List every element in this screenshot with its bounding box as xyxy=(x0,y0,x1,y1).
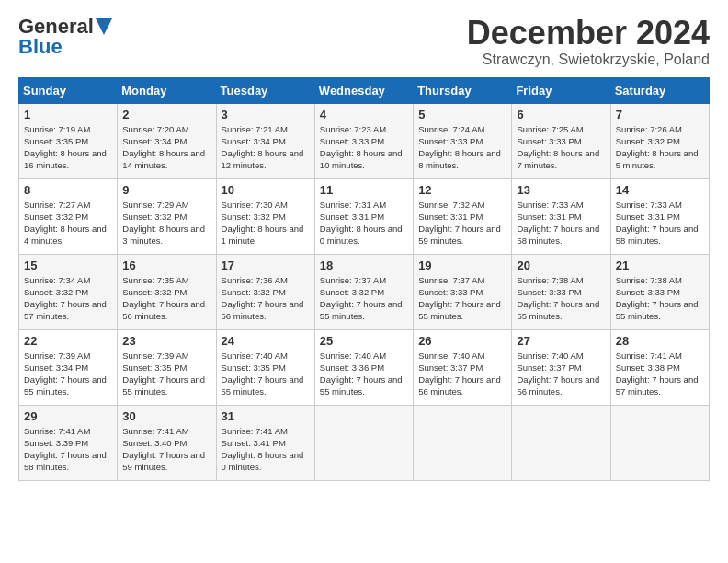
day-info: Sunrise: 7:34 AM Sunset: 3:32 PM Dayligh… xyxy=(24,274,113,323)
day-number: 22 xyxy=(24,334,113,348)
day-info: Sunrise: 7:21 AM Sunset: 3:34 PM Dayligh… xyxy=(222,123,311,172)
day-cell xyxy=(314,405,413,480)
day-number: 6 xyxy=(517,108,606,121)
day-info: Sunrise: 7:37 AM Sunset: 3:33 PM Dayligh… xyxy=(418,274,507,323)
day-cell: 2Sunrise: 7:20 AM Sunset: 3:34 PM Daylig… xyxy=(118,103,216,178)
day-number: 21 xyxy=(616,259,705,272)
day-info: Sunrise: 7:27 AM Sunset: 3:32 PM Dayligh… xyxy=(24,199,113,247)
day-info: Sunrise: 7:39 AM Sunset: 3:34 PM Dayligh… xyxy=(24,350,113,398)
day-cell xyxy=(610,405,709,480)
day-number: 13 xyxy=(517,183,606,197)
col-monday: Monday xyxy=(118,77,216,103)
day-info: Sunrise: 7:35 AM Sunset: 3:32 PM Dayligh… xyxy=(122,274,211,323)
logo-icon xyxy=(96,18,112,35)
day-cell: 10Sunrise: 7:30 AM Sunset: 3:32 PM Dayli… xyxy=(216,178,314,254)
day-cell: 5Sunrise: 7:24 AM Sunset: 3:33 PM Daylig… xyxy=(414,103,512,178)
day-cell: 4Sunrise: 7:23 AM Sunset: 3:33 PM Daylig… xyxy=(314,103,413,178)
day-cell: 18Sunrise: 7:37 AM Sunset: 3:32 PM Dayli… xyxy=(314,254,413,329)
header-row: Sunday Monday Tuesday Wednesday Thursday… xyxy=(19,77,710,103)
day-cell: 21Sunrise: 7:38 AM Sunset: 3:33 PM Dayli… xyxy=(610,254,709,329)
title-block: December 2024 Strawczyn, Swietokrzyskie,… xyxy=(467,15,710,68)
day-info: Sunrise: 7:19 AM Sunset: 3:35 PM Dayligh… xyxy=(24,123,113,172)
day-number: 4 xyxy=(320,108,409,121)
day-info: Sunrise: 7:41 AM Sunset: 3:39 PM Dayligh… xyxy=(24,425,113,474)
day-cell: 24Sunrise: 7:40 AM Sunset: 3:35 PM Dayli… xyxy=(216,329,314,405)
day-info: Sunrise: 7:33 AM Sunset: 3:31 PM Dayligh… xyxy=(517,199,606,247)
col-tuesday: Tuesday xyxy=(216,77,314,103)
day-number: 31 xyxy=(222,409,311,423)
day-cell: 25Sunrise: 7:40 AM Sunset: 3:36 PM Dayli… xyxy=(314,329,413,405)
day-info: Sunrise: 7:23 AM Sunset: 3:33 PM Dayligh… xyxy=(320,123,409,172)
day-number: 9 xyxy=(122,183,211,197)
day-info: Sunrise: 7:41 AM Sunset: 3:38 PM Dayligh… xyxy=(616,350,705,398)
day-number: 27 xyxy=(517,334,606,348)
day-cell: 12Sunrise: 7:32 AM Sunset: 3:31 PM Dayli… xyxy=(414,178,512,254)
day-number: 7 xyxy=(616,108,705,121)
svg-marker-0 xyxy=(96,18,112,35)
day-cell: 16Sunrise: 7:35 AM Sunset: 3:32 PM Dayli… xyxy=(118,254,216,329)
day-number: 15 xyxy=(24,259,113,272)
week-row-3: 15Sunrise: 7:34 AM Sunset: 3:32 PM Dayli… xyxy=(19,254,710,329)
day-cell: 19Sunrise: 7:37 AM Sunset: 3:33 PM Dayli… xyxy=(414,254,512,329)
day-info: Sunrise: 7:39 AM Sunset: 3:35 PM Dayligh… xyxy=(122,350,211,398)
day-number: 11 xyxy=(320,183,409,197)
logo-blue: Blue xyxy=(18,35,63,59)
col-sunday: Sunday xyxy=(19,77,118,103)
day-info: Sunrise: 7:24 AM Sunset: 3:33 PM Dayligh… xyxy=(418,123,507,172)
day-cell xyxy=(414,405,512,480)
day-cell: 8Sunrise: 7:27 AM Sunset: 3:32 PM Daylig… xyxy=(19,178,118,254)
day-number: 20 xyxy=(517,259,606,272)
day-number: 5 xyxy=(418,108,507,121)
day-info: Sunrise: 7:32 AM Sunset: 3:31 PM Dayligh… xyxy=(418,199,507,247)
day-info: Sunrise: 7:40 AM Sunset: 3:35 PM Dayligh… xyxy=(222,350,311,398)
day-number: 16 xyxy=(122,259,211,272)
day-number: 24 xyxy=(222,334,311,348)
day-info: Sunrise: 7:29 AM Sunset: 3:32 PM Dayligh… xyxy=(122,199,211,247)
day-cell: 14Sunrise: 7:33 AM Sunset: 3:31 PM Dayli… xyxy=(610,178,709,254)
day-info: Sunrise: 7:25 AM Sunset: 3:33 PM Dayligh… xyxy=(517,123,606,172)
day-cell: 29Sunrise: 7:41 AM Sunset: 3:39 PM Dayli… xyxy=(19,405,118,480)
day-cell: 1Sunrise: 7:19 AM Sunset: 3:35 PM Daylig… xyxy=(19,103,118,178)
day-number: 3 xyxy=(222,108,311,121)
col-saturday: Saturday xyxy=(610,77,709,103)
day-number: 23 xyxy=(122,334,211,348)
day-number: 25 xyxy=(320,334,409,348)
day-number: 30 xyxy=(122,409,211,423)
day-cell: 9Sunrise: 7:29 AM Sunset: 3:32 PM Daylig… xyxy=(118,178,216,254)
day-cell xyxy=(512,405,610,480)
col-wednesday: Wednesday xyxy=(314,77,413,103)
day-cell: 31Sunrise: 7:41 AM Sunset: 3:41 PM Dayli… xyxy=(216,405,314,480)
day-info: Sunrise: 7:37 AM Sunset: 3:32 PM Dayligh… xyxy=(320,274,409,323)
day-info: Sunrise: 7:26 AM Sunset: 3:32 PM Dayligh… xyxy=(616,123,705,172)
day-info: Sunrise: 7:31 AM Sunset: 3:31 PM Dayligh… xyxy=(320,199,409,247)
day-info: Sunrise: 7:38 AM Sunset: 3:33 PM Dayligh… xyxy=(616,274,705,323)
day-cell: 28Sunrise: 7:41 AM Sunset: 3:38 PM Dayli… xyxy=(610,329,709,405)
day-cell: 6Sunrise: 7:25 AM Sunset: 3:33 PM Daylig… xyxy=(512,103,610,178)
header: General Blue December 2024 Strawczyn, Sw… xyxy=(18,15,710,68)
day-number: 1 xyxy=(24,108,113,121)
day-info: Sunrise: 7:33 AM Sunset: 3:31 PM Dayligh… xyxy=(616,199,705,247)
day-info: Sunrise: 7:41 AM Sunset: 3:40 PM Dayligh… xyxy=(122,425,211,474)
day-number: 12 xyxy=(418,183,507,197)
day-number: 17 xyxy=(222,259,311,272)
day-number: 19 xyxy=(418,259,507,272)
day-cell: 3Sunrise: 7:21 AM Sunset: 3:34 PM Daylig… xyxy=(216,103,314,178)
day-number: 28 xyxy=(616,334,705,348)
week-row-5: 29Sunrise: 7:41 AM Sunset: 3:39 PM Dayli… xyxy=(19,405,710,480)
day-cell: 20Sunrise: 7:38 AM Sunset: 3:33 PM Dayli… xyxy=(512,254,610,329)
col-friday: Friday xyxy=(512,77,610,103)
day-cell: 17Sunrise: 7:36 AM Sunset: 3:32 PM Dayli… xyxy=(216,254,314,329)
page-container: General Blue December 2024 Strawczyn, Sw… xyxy=(0,0,728,490)
day-number: 14 xyxy=(616,183,705,197)
day-cell: 26Sunrise: 7:40 AM Sunset: 3:37 PM Dayli… xyxy=(414,329,512,405)
week-row-2: 8Sunrise: 7:27 AM Sunset: 3:32 PM Daylig… xyxy=(19,178,710,254)
day-info: Sunrise: 7:40 AM Sunset: 3:37 PM Dayligh… xyxy=(418,350,507,398)
day-number: 10 xyxy=(222,183,311,197)
month-title: December 2024 xyxy=(467,15,710,52)
day-cell: 15Sunrise: 7:34 AM Sunset: 3:32 PM Dayli… xyxy=(19,254,118,329)
day-cell: 27Sunrise: 7:40 AM Sunset: 3:37 PM Dayli… xyxy=(512,329,610,405)
day-number: 29 xyxy=(24,409,113,423)
day-number: 26 xyxy=(418,334,507,348)
day-cell: 11Sunrise: 7:31 AM Sunset: 3:31 PM Dayli… xyxy=(314,178,413,254)
day-info: Sunrise: 7:20 AM Sunset: 3:34 PM Dayligh… xyxy=(122,123,211,172)
